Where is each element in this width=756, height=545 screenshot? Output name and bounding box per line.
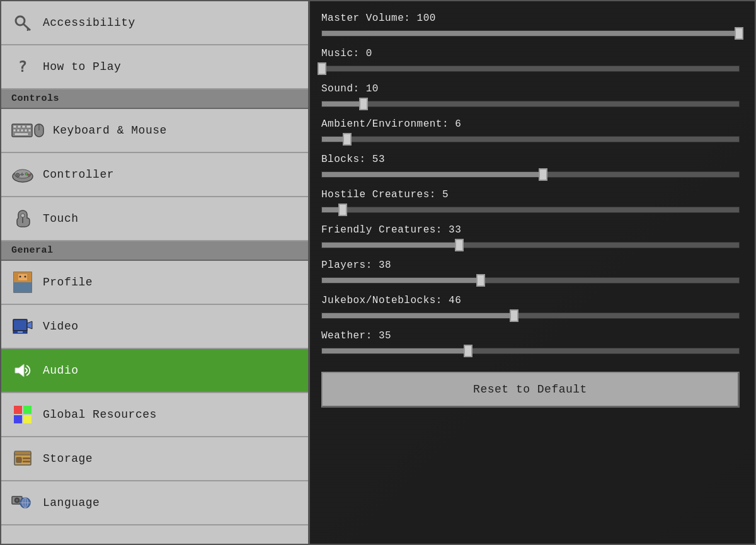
key-icon bbox=[11, 11, 34, 34]
audio-icon bbox=[11, 359, 34, 382]
slider-track-players[interactable] bbox=[321, 275, 740, 286]
svg-rect-33 bbox=[13, 319, 27, 331]
slider-thumb-weather[interactable] bbox=[464, 345, 472, 357]
svg-rect-39 bbox=[23, 406, 32, 414]
slider-label-music: Music: 0 bbox=[321, 48, 740, 59]
slider-thumb-sound[interactable] bbox=[359, 98, 368, 110]
sidebar-item-storage[interactable]: Storage bbox=[1, 437, 308, 481]
svg-rect-46 bbox=[23, 461, 30, 462]
slider-label-jukebox: Jukebox/Noteblocks: 46 bbox=[321, 295, 740, 306]
video-icon bbox=[11, 315, 34, 338]
slider-label-blocks: Blocks: 53 bbox=[321, 154, 740, 165]
svg-point-20 bbox=[17, 175, 18, 176]
svg-rect-5 bbox=[18, 125, 21, 128]
svg-point-49 bbox=[16, 499, 18, 502]
slider-fill-master-volume bbox=[322, 31, 739, 36]
sidebar-item-profile[interactable]: Profile bbox=[1, 261, 308, 305]
slider-row-players: Players: 38 bbox=[321, 260, 740, 286]
sidebar-item-controller[interactable]: Controller bbox=[1, 153, 308, 197]
sidebar-item-label-controller: Controller bbox=[43, 168, 114, 181]
svg-rect-11 bbox=[25, 129, 27, 132]
svg-rect-45 bbox=[23, 457, 30, 459]
slider-fill-blocks bbox=[322, 172, 543, 177]
svg-rect-44 bbox=[16, 457, 21, 462]
slider-thumb-hostile-creatures[interactable] bbox=[338, 204, 347, 216]
slider-row-blocks: Blocks: 53 bbox=[321, 154, 740, 180]
sidebar-item-keyboard-mouse[interactable]: Keyboard & Mouse bbox=[1, 109, 308, 153]
slider-thumb-blocks[interactable] bbox=[539, 168, 547, 181]
slider-row-music: Music: 0 bbox=[321, 48, 740, 74]
svg-marker-37 bbox=[15, 364, 24, 377]
slider-label-ambient: Ambient/Environment: 6 bbox=[321, 118, 740, 130]
storage-icon bbox=[11, 447, 34, 470]
svg-point-25 bbox=[21, 214, 25, 217]
svg-rect-9 bbox=[17, 129, 20, 132]
slider-thumb-music[interactable] bbox=[318, 62, 326, 75]
sidebar-item-touch[interactable]: Touch bbox=[1, 197, 308, 241]
section-header-controls: Controls bbox=[1, 89, 308, 109]
slider-thumb-master-volume[interactable] bbox=[735, 27, 743, 40]
sidebar-item-label-how-to-play: How to Play bbox=[43, 60, 121, 73]
settings-layout: Accessibility?How to PlayControls bbox=[0, 0, 756, 545]
slider-label-players: Players: 38 bbox=[321, 260, 740, 271]
slider-fill-friendly-creatures bbox=[322, 243, 459, 248]
slider-track-hostile-creatures[interactable] bbox=[321, 204, 740, 215]
slider-thumb-ambient[interactable] bbox=[343, 133, 352, 146]
slider-track-sound[interactable] bbox=[321, 98, 740, 110]
svg-point-32 bbox=[25, 276, 26, 278]
slider-track-ambient[interactable] bbox=[321, 134, 740, 145]
svg-rect-10 bbox=[21, 129, 23, 132]
svg-rect-7 bbox=[26, 125, 31, 128]
svg-rect-6 bbox=[22, 125, 25, 128]
slider-row-sound: Sound: 10 bbox=[321, 83, 740, 110]
svg-marker-34 bbox=[27, 321, 32, 329]
slider-track-music[interactable] bbox=[321, 63, 740, 74]
sidebar-item-video[interactable]: Video bbox=[1, 305, 308, 349]
sidebar-item-audio[interactable]: Audio bbox=[1, 349, 308, 393]
slider-row-weather: Weather: 35 bbox=[321, 330, 740, 357]
svg-line-1 bbox=[23, 24, 30, 30]
slider-label-sound: Sound: 10 bbox=[321, 83, 740, 95]
slider-thumb-friendly-creatures[interactable] bbox=[455, 239, 464, 251]
slider-thumb-players[interactable] bbox=[476, 274, 485, 287]
svg-rect-8 bbox=[13, 129, 16, 132]
svg-point-31 bbox=[20, 276, 21, 278]
sidebar-item-label-touch: Touch bbox=[43, 212, 79, 225]
svg-rect-12 bbox=[28, 129, 31, 132]
slider-label-weather: Weather: 35 bbox=[321, 330, 740, 341]
svg-rect-24 bbox=[20, 174, 24, 175]
slider-track-jukebox[interactable] bbox=[321, 310, 740, 321]
sidebar-item-global-resources[interactable]: Global Resources bbox=[1, 393, 308, 437]
svg-rect-41 bbox=[23, 415, 32, 423]
slider-label-master-volume: Master Volume: 100 bbox=[321, 13, 740, 24]
slider-row-master-volume: Master Volume: 100 bbox=[321, 13, 740, 39]
global-icon bbox=[11, 403, 34, 426]
slider-track-friendly-creatures[interactable] bbox=[321, 239, 740, 251]
slider-row-ambient: Ambient/Environment: 6 bbox=[321, 118, 740, 145]
sidebar-item-label-global-resources: Global Resources bbox=[43, 408, 157, 421]
svg-point-0 bbox=[16, 16, 25, 25]
slider-label-hostile-creatures: Hostile Creatures: 5 bbox=[321, 189, 740, 200]
slider-fill-weather bbox=[322, 348, 468, 353]
sidebar-item-label-video: Video bbox=[43, 320, 79, 333]
slider-track-weather[interactable] bbox=[321, 345, 740, 357]
slider-row-friendly-creatures: Friendly Creatures: 33 bbox=[321, 224, 740, 251]
touch-icon bbox=[11, 207, 34, 230]
sidebar-item-label-audio: Audio bbox=[43, 364, 79, 377]
slider-thumb-jukebox[interactable] bbox=[510, 309, 518, 322]
sidebar-item-language[interactable]: Language bbox=[1, 481, 308, 525]
sidebar-item-label-accessibility: Accessibility bbox=[43, 16, 135, 29]
slider-track-blocks[interactable] bbox=[321, 169, 740, 180]
slider-track-master-volume[interactable] bbox=[321, 28, 740, 39]
sidebar-item-accessibility[interactable]: Accessibility bbox=[1, 1, 308, 45]
reset-to-default-button[interactable]: Reset to Default bbox=[321, 372, 740, 408]
section-header-general: General bbox=[1, 241, 308, 261]
svg-rect-38 bbox=[14, 406, 22, 414]
question-icon: ? bbox=[11, 55, 34, 78]
slider-fill-players bbox=[322, 278, 481, 283]
svg-point-22 bbox=[28, 174, 30, 176]
slider-row-hostile-creatures: Hostile Creatures: 5 bbox=[321, 189, 740, 215]
sidebar-item-label-keyboard-mouse: Keyboard & Mouse bbox=[53, 124, 167, 137]
svg-rect-4 bbox=[13, 125, 16, 128]
sidebar-item-how-to-play[interactable]: ?How to Play bbox=[1, 45, 308, 89]
